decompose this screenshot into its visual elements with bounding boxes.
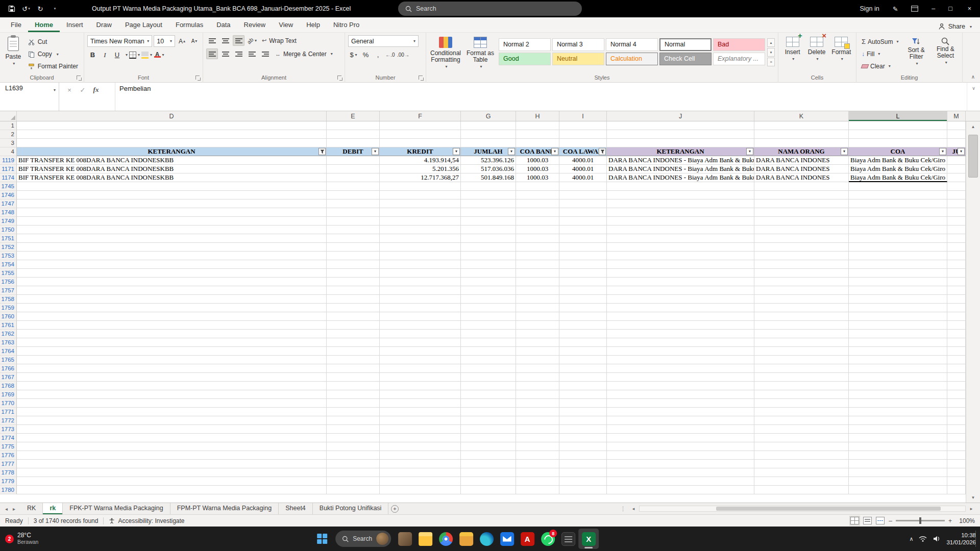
align-right-button[interactable]: [233, 48, 244, 59]
start-button[interactable]: [312, 529, 332, 549]
formula-input[interactable]: Pembelian: [115, 83, 967, 111]
font-name-select[interactable]: Times New Roman ▾: [87, 35, 152, 47]
sheet-tab-4-sheet4[interactable]: Sheet4: [279, 503, 313, 514]
italic-button[interactable]: I: [100, 49, 110, 60]
row-header-1773[interactable]: 1773: [0, 425, 17, 434]
wrap-text-button[interactable]: ↩Wrap Text: [259, 35, 299, 46]
formula-bar-expand-button[interactable]: ∨: [967, 83, 980, 111]
qat-customize-button[interactable]: ▾: [48, 2, 61, 15]
filter-applied-button[interactable]: [318, 148, 326, 155]
row-header-1746[interactable]: 1746: [0, 191, 17, 199]
filter-dropdown-button[interactable]: ▾: [551, 148, 558, 155]
minimize-button[interactable]: –: [925, 0, 942, 17]
save-button[interactable]: [5, 2, 18, 15]
row-header-1760[interactable]: 1760: [0, 312, 17, 321]
style-chip-normal[interactable]: Normal: [659, 38, 712, 51]
comma-style-button[interactable]: ,: [373, 49, 383, 60]
enter-button[interactable]: ✓: [77, 84, 89, 95]
row-header-1756[interactable]: 1756: [0, 278, 17, 286]
row-header-3[interactable]: 3: [0, 139, 17, 147]
row-header-1780[interactable]: 1780: [0, 486, 17, 494]
bottom-align-button[interactable]: [233, 35, 244, 46]
row-header-1776[interactable]: 1776: [0, 451, 17, 460]
increase-indent-button[interactable]: [259, 48, 271, 59]
row-header-1767[interactable]: 1767: [0, 373, 17, 382]
name-box[interactable]: L1639 ▾: [0, 83, 59, 111]
row-header-1747[interactable]: 1747: [0, 199, 17, 208]
row-header-1751[interactable]: 1751: [0, 234, 17, 243]
row-header-1752[interactable]: 1752: [0, 243, 17, 252]
decrease-decimal-button[interactable]: .00→: [397, 49, 409, 60]
accounting-format-button[interactable]: $▾: [348, 49, 359, 60]
row-header-1769[interactable]: 1769: [0, 390, 17, 399]
redo-button[interactable]: ↻: [34, 2, 47, 15]
row-header-1763[interactable]: 1763: [0, 338, 17, 347]
row-header-1119[interactable]: 1119: [0, 156, 17, 165]
row-header-1750[interactable]: 1750: [0, 226, 17, 234]
column-header-i[interactable]: I: [559, 111, 607, 121]
taskbar-app-notepad[interactable]: [558, 529, 578, 549]
cut-button[interactable]: Cut: [26, 36, 81, 47]
row-header-1762[interactable]: 1762: [0, 330, 17, 338]
column-header-g[interactable]: G: [461, 111, 516, 121]
column-header-l[interactable]: L: [849, 111, 947, 121]
sheet-tab-1-rk[interactable]: rk: [43, 503, 63, 514]
number-dialog-launcher[interactable]: [419, 76, 424, 81]
row-header-1758[interactable]: 1758: [0, 295, 17, 304]
zoom-slider-thumb[interactable]: [919, 517, 921, 524]
column-header-m[interactable]: M: [947, 111, 966, 121]
paste-button[interactable]: Paste ▾: [3, 35, 23, 74]
zoom-in-button[interactable]: +: [948, 517, 952, 524]
decrease-indent-button[interactable]: [246, 48, 258, 59]
sheet-tab-2-fpk-pt-warna-media-packaging[interactable]: FPK-PT Warna Media Packaging: [63, 503, 170, 514]
ribbon-tab-data[interactable]: Data: [210, 18, 237, 32]
weather-widget[interactable]: 2 28°C Berawan: [5, 527, 38, 551]
alignment-dialog-launcher[interactable]: [337, 76, 343, 81]
fill-button[interactable]: ↓Fill▾: [860, 48, 900, 59]
zoom-slider[interactable]: [896, 520, 945, 521]
sheet-tab-3-fpm-pt-warna-media-packaging[interactable]: FPM-PT Warna Media Packaging: [170, 503, 279, 514]
grid-rows[interactable]: 1234KETERANGANDEBIT▾KREDIT▾JUMLAH▾COA BA…: [0, 121, 966, 503]
autosum-button[interactable]: ΣAutoSum▾: [860, 36, 900, 47]
row-header-1771[interactable]: 1771: [0, 408, 17, 416]
bold-button[interactable]: B: [87, 49, 98, 60]
taskbar-app-chrome[interactable]: [435, 529, 456, 549]
style-chip-explanatory[interactable]: Explanatory ...: [713, 53, 765, 65]
scroll-up-button[interactable]: ▲: [966, 121, 980, 132]
orientation-button[interactable]: ab▾: [246, 35, 258, 46]
pen-icon[interactable]: ✎: [886, 0, 904, 17]
row-header-1753[interactable]: 1753: [0, 252, 17, 260]
accessibility-status[interactable]: Accessibility: Investigate: [104, 517, 189, 524]
underline-button[interactable]: U: [112, 49, 122, 60]
style-chip-check-cell[interactable]: Check Cell: [659, 53, 712, 65]
delete-cells-button[interactable]: Delete ▾: [805, 35, 827, 74]
ribbon-tab-draw[interactable]: Draw: [90, 18, 118, 32]
row-header-1749[interactable]: 1749: [0, 217, 17, 226]
filter-dropdown-button[interactable]: ▾: [372, 148, 379, 155]
font-dialog-launcher[interactable]: [195, 76, 201, 81]
vertical-scrollbar[interactable]: ▲ ▼: [966, 121, 980, 503]
copy-button[interactable]: Copy ▾: [26, 48, 81, 60]
row-header-2[interactable]: 2: [0, 130, 17, 139]
volume-icon[interactable]: [933, 536, 941, 542]
row-header-1757[interactable]: 1757: [0, 286, 17, 295]
ribbon-tab-page-layout[interactable]: Page Layout: [118, 18, 169, 32]
decrease-font-size-button[interactable]: A▾: [189, 36, 200, 46]
style-chip-calculation[interactable]: Calculation: [606, 53, 658, 65]
ribbon-tab-insert[interactable]: Insert: [60, 18, 90, 32]
gallery-more-button[interactable]: ≡: [767, 58, 775, 66]
align-left-button[interactable]: [206, 48, 218, 59]
scroll-right-button[interactable]: ▸: [967, 506, 976, 511]
ribbon-tab-home[interactable]: Home: [28, 18, 60, 32]
taskbar-clock[interactable]: 10:38 31/01/2026: [946, 532, 976, 546]
close-button[interactable]: ×: [959, 0, 980, 17]
scroll-down-button[interactable]: ▼: [966, 492, 980, 503]
row-header-1759[interactable]: 1759: [0, 304, 17, 312]
ribbon-tab-review[interactable]: Review: [237, 18, 273, 32]
style-chip-good[interactable]: Good: [499, 53, 551, 65]
collapse-ribbon-button[interactable]: ∧: [971, 74, 975, 80]
ribbon-tab-view[interactable]: View: [272, 18, 300, 32]
previous-sheet-button[interactable]: ◂: [3, 506, 10, 512]
row-header-1761[interactable]: 1761: [0, 321, 17, 330]
wifi-icon[interactable]: [919, 536, 927, 542]
